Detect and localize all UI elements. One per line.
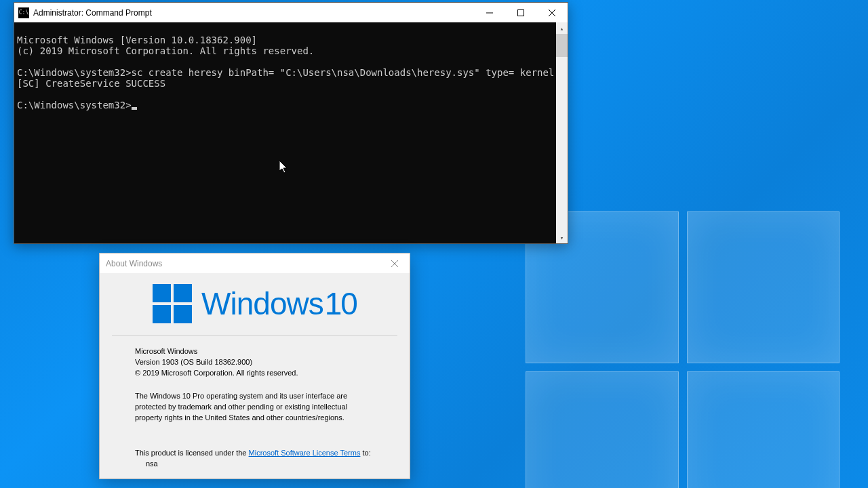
cmd-window-controls bbox=[474, 3, 568, 22]
cmd-line: [SC] CreateService SUCCESS bbox=[17, 78, 165, 89]
cmd-line: (c) 2019 Microsoft Corporation. All righ… bbox=[17, 45, 314, 56]
scroll-thumb[interactable] bbox=[556, 34, 568, 57]
scroll-up-icon[interactable]: ▴ bbox=[556, 22, 568, 34]
cmd-line: Microsoft Windows [Version 10.0.18362.90… bbox=[17, 35, 257, 45]
about-close-button[interactable] bbox=[379, 253, 410, 273]
cmd-terminal-area[interactable]: Microsoft Windows [Version 10.0.18362.90… bbox=[14, 22, 568, 243]
cmd-title: Administrator: Command Prompt bbox=[33, 8, 474, 18]
cmd-line: C:\Windows\system32>sc create heresy bin… bbox=[17, 67, 554, 78]
scroll-track[interactable] bbox=[556, 34, 568, 232]
about-info: Microsoft Windows Version 1903 (OS Build… bbox=[112, 346, 397, 469]
scroll-down-icon[interactable]: ▾ bbox=[556, 232, 568, 243]
about-product: Microsoft Windows bbox=[135, 346, 374, 357]
maximize-button[interactable] bbox=[505, 3, 536, 22]
windows-logo-icon bbox=[153, 284, 192, 323]
license-terms-link[interactable]: Microsoft Software License Terms bbox=[249, 449, 361, 457]
cmd-scrollbar[interactable]: ▴ ▾ bbox=[556, 22, 568, 243]
about-titlebar[interactable]: About Windows bbox=[100, 253, 410, 273]
command-prompt-window: C:\ Administrator: Command Prompt Micros… bbox=[14, 2, 568, 244]
windows-wordmark: Windows10 bbox=[201, 285, 357, 322]
windows-brand: Windows10 bbox=[112, 283, 397, 336]
minimize-button[interactable] bbox=[474, 3, 505, 22]
cmd-cursor bbox=[132, 107, 137, 110]
about-paragraph: The Windows 10 Pro operating system and … bbox=[135, 390, 374, 423]
about-copyright: © 2019 Microsoft Corporation. All rights… bbox=[135, 367, 374, 378]
cmd-titlebar[interactable]: C:\ Administrator: Command Prompt bbox=[14, 3, 568, 22]
about-version: Version 1903 (OS Build 18362.900) bbox=[135, 357, 374, 367]
about-license-line: This product is licensed under the Micro… bbox=[135, 447, 374, 458]
cmd-icon: C:\ bbox=[18, 7, 29, 18]
about-windows-dialog: About Windows Windows10 Microsoft Window… bbox=[99, 253, 410, 479]
svg-rect-1 bbox=[518, 9, 524, 16]
close-button[interactable] bbox=[536, 3, 568, 22]
desktop-windows-logo bbox=[526, 211, 840, 488]
about-body: Windows10 Microsoft Windows Version 1903… bbox=[100, 273, 410, 479]
about-licensee: nsa bbox=[135, 458, 374, 469]
cmd-prompt: C:\Windows\system32> bbox=[17, 100, 132, 110]
about-title: About Windows bbox=[106, 259, 379, 268]
